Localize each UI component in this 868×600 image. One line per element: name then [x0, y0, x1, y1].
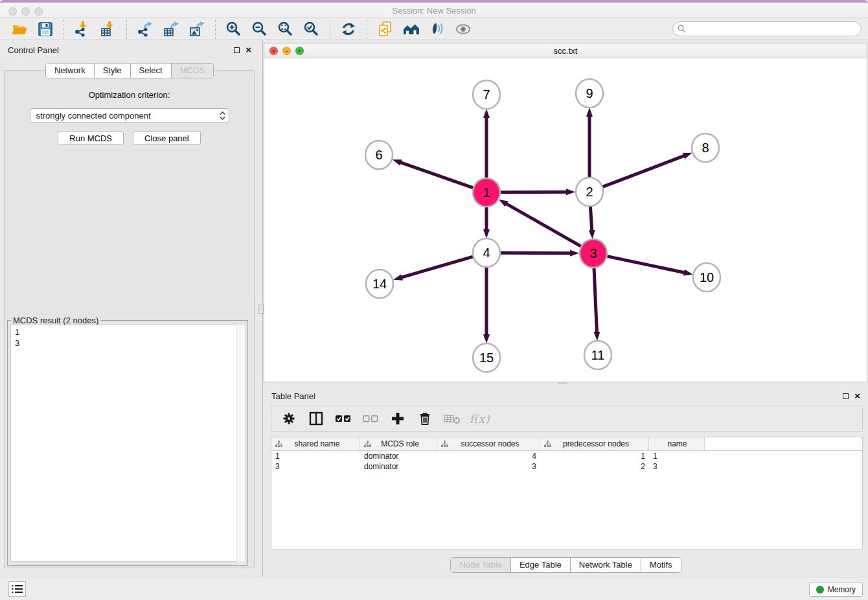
tab-network-table[interactable]: Network Table — [570, 558, 641, 572]
close-panel-icon[interactable]: × — [246, 47, 251, 53]
graph-node-label: 7 — [483, 87, 490, 102]
graph-node-10[interactable]: 10 — [693, 263, 720, 292]
unselect-all-columns-icon[interactable] — [361, 409, 380, 428]
graph-node-15[interactable]: 15 — [473, 343, 500, 372]
add-column-icon[interactable] — [388, 409, 407, 428]
tab-edge-table[interactable]: Edge Table — [510, 558, 570, 572]
open-session-icon[interactable] — [10, 20, 29, 38]
cell-name[interactable]: 3 — [649, 462, 705, 471]
birds-eye-view-icon[interactable] — [453, 20, 473, 38]
mcds-result-group: MCDS result (2 nodes) 1 3 — [7, 320, 248, 566]
graph-node-9[interactable]: 9 — [576, 79, 603, 108]
zoom-out-icon[interactable] — [250, 20, 269, 38]
column-header-name[interactable]: name — [649, 437, 705, 450]
window-title: Session: New Session — [0, 6, 868, 16]
select-all-columns-icon[interactable] — [334, 409, 353, 428]
graph-node-7[interactable]: 7 — [473, 80, 500, 109]
new-network-from-selection-icon[interactable] — [376, 20, 395, 38]
float-panel-icon[interactable] — [234, 47, 240, 53]
network-window-titlebar[interactable]: × − + scc.txt — [264, 43, 867, 58]
cell-shared-name[interactable]: 3 — [271, 462, 360, 471]
graph-node-6[interactable]: 6 — [365, 141, 393, 169]
graph-edge-2-8[interactable] — [602, 156, 685, 187]
tab-mcds[interactable]: MCDS — [171, 63, 213, 78]
search-input[interactable] — [689, 24, 856, 34]
tab-motifs[interactable]: Motifs — [641, 558, 681, 572]
node-table[interactable]: shared name MCDS role successor nodes pr… — [271, 437, 863, 549]
cell-successor-nodes[interactable]: 3 — [437, 462, 540, 471]
graph-edge-4-14[interactable] — [402, 257, 474, 277]
search-icon — [678, 25, 686, 33]
delete-column-icon[interactable] — [415, 409, 435, 428]
tab-node-table[interactable]: Node Table — [451, 558, 510, 572]
run-mcds-button[interactable]: Run MCDS — [58, 131, 124, 145]
split-view-icon[interactable] — [306, 409, 326, 428]
table-settings-icon[interactable] — [279, 409, 299, 428]
mcds-result-text[interactable]: 1 3 — [10, 325, 245, 562]
zoom-fit-icon[interactable] — [276, 20, 295, 38]
import-network-icon[interactable] — [73, 20, 92, 38]
cell-predecessor-nodes[interactable]: 1 — [540, 452, 649, 461]
network-maximize-icon[interactable]: + — [295, 47, 304, 55]
result-scrollbar[interactable] — [236, 325, 245, 562]
import-table-icon[interactable] — [98, 20, 118, 38]
cell-successor-nodes[interactable]: 4 — [437, 452, 540, 461]
close-panel-icon[interactable]: × — [854, 393, 860, 399]
attribute-tree-icon — [275, 441, 282, 448]
cell-mcds-role[interactable]: dominator — [360, 452, 437, 461]
toolbar-separator — [63, 19, 64, 39]
graph-node-1[interactable]: 1 — [473, 178, 500, 207]
table-panel-tabs: Node Table Edge Table Network Table Moti… — [264, 557, 868, 573]
first-neighbors-icon[interactable] — [402, 20, 421, 38]
graph-node-label: 10 — [700, 270, 714, 284]
graph-node-label: 14 — [372, 277, 387, 291]
column-header-successor-nodes[interactable]: successor nodes — [437, 437, 540, 450]
graph-edge-1-2[interactable] — [500, 192, 567, 192]
cell-name[interactable]: 1 — [649, 452, 705, 461]
cell-predecessor-nodes[interactable]: 2 — [540, 462, 649, 471]
network-canvas[interactable]: 7968124314101511 — [264, 58, 867, 382]
graph-node-11[interactable]: 11 — [584, 341, 611, 369]
memory-button[interactable]: Memory — [809, 582, 863, 597]
tab-select[interactable]: Select — [130, 63, 171, 78]
vertical-splitter-handle[interactable] — [258, 305, 264, 314]
search-box[interactable] — [672, 21, 862, 36]
export-image-icon[interactable] — [187, 20, 207, 38]
graph-node-14[interactable]: 14 — [366, 270, 393, 298]
tab-style[interactable]: Style — [94, 63, 130, 78]
attribute-tree-icon — [364, 441, 371, 448]
zoom-in-icon[interactable] — [224, 20, 244, 38]
column-header-mcds-role[interactable]: MCDS role — [360, 437, 437, 450]
table-row[interactable]: 1 dominator 4 1 1 — [271, 451, 862, 461]
network-close-icon[interactable]: × — [269, 47, 278, 55]
network-minimize-icon[interactable]: − — [282, 47, 291, 55]
tab-network[interactable]: Network — [46, 63, 94, 78]
graph-node-8[interactable]: 8 — [692, 133, 719, 162]
cell-mcds-role[interactable]: dominator — [360, 462, 437, 471]
toolbar-separator — [215, 19, 216, 39]
show-graphics-details-icon[interactable] — [428, 20, 447, 38]
graph-node-2[interactable]: 2 — [576, 178, 603, 206]
column-header-shared-name[interactable]: shared name — [271, 437, 360, 450]
graph-edge-4-3[interactable] — [500, 253, 571, 253]
graph-edge-3-10[interactable] — [607, 256, 685, 272]
refresh-icon[interactable] — [339, 20, 358, 38]
task-history-button[interactable] — [8, 581, 26, 597]
graph-node-4[interactable]: 4 — [473, 238, 500, 267]
save-session-icon[interactable] — [36, 20, 55, 38]
graph-edge-2-3[interactable] — [590, 205, 591, 231]
graph-edge-3-1[interactable] — [506, 203, 581, 246]
cell-shared-name[interactable]: 1 — [271, 452, 360, 461]
close-panel-button[interactable]: Close panel — [133, 131, 201, 145]
column-header-predecessor-nodes[interactable]: predecessor nodes — [540, 437, 649, 450]
graph-edge-3-11[interactable] — [594, 267, 597, 332]
table-row[interactable]: 3 dominator 3 2 3 — [271, 461, 862, 472]
export-table-icon[interactable] — [161, 20, 181, 38]
graph-node-3[interactable]: 3 — [580, 239, 607, 268]
optimization-criterion-select[interactable]: strongly connected component — [30, 108, 229, 123]
float-panel-icon[interactable] — [843, 393, 849, 399]
zoom-selected-icon[interactable] — [302, 20, 321, 38]
graph-node-label: 6 — [375, 148, 382, 162]
export-network-icon[interactable] — [135, 20, 155, 38]
graph-edge-1-6[interactable] — [400, 163, 474, 189]
